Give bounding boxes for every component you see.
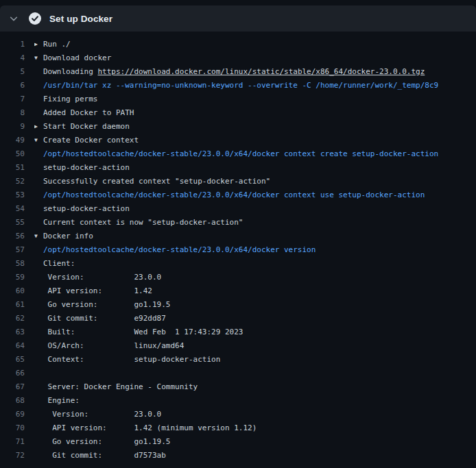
log-line: 61 Go version: go1.19.5 — [0, 297, 476, 311]
line-number[interactable]: 59 — [0, 273, 34, 282]
line-number[interactable]: 61 — [0, 300, 34, 309]
log-line: 5Downloading https://download.docker.com… — [0, 64, 476, 78]
line-number[interactable]: 63 — [0, 328, 34, 336]
line-number[interactable]: 8 — [0, 108, 34, 117]
log-text: Current context is now "setup-docker-act… — [43, 218, 243, 227]
line-content: Git commit: e92dd87 — [34, 314, 476, 323]
log-line: 54setup-docker-action — [0, 201, 476, 215]
line-number[interactable]: 50 — [0, 149, 34, 158]
line-number[interactable]: 68 — [0, 396, 34, 405]
line-content: Git commit: d7573ab — [34, 451, 476, 460]
line-number[interactable]: 71 — [0, 437, 34, 446]
log-text: Git commit: d7573ab — [43, 451, 166, 460]
line-number[interactable]: 64 — [0, 341, 34, 350]
actions-log-page: { "header": { "title": "Set up Docker" }… — [0, 0, 476, 468]
log-line: 51setup-docker-action — [0, 160, 476, 174]
line-content: Successfully created context "setup-dock… — [34, 177, 476, 186]
log-text: setup-docker-action — [43, 163, 130, 172]
log-line: 59 Version: 23.0.0 — [0, 270, 476, 284]
group-collapsed-icon[interactable]: ▶ — [34, 41, 43, 47]
line-number[interactable]: 6 — [0, 81, 34, 90]
line-content: OS/Arch: linux/amd64 — [34, 341, 476, 350]
line-content: Added Docker to PATH — [34, 108, 476, 117]
log-text: Server: Docker Engine - Community — [43, 382, 198, 391]
log-text: Downloading — [43, 67, 97, 76]
line-number[interactable]: 49 — [0, 136, 34, 145]
log-line: 56▼Docker info — [0, 229, 476, 243]
line-number[interactable]: 5 — [0, 67, 34, 76]
log-text: Download docker — [43, 53, 111, 62]
line-number[interactable]: 58 — [0, 259, 34, 268]
log-line: 1▶Run ./ — [0, 37, 476, 51]
log-line: 66 — [0, 366, 476, 380]
log-text: Run ./ — [43, 40, 71, 49]
log-link[interactable]: https://download.docker.com/linux/static… — [97, 67, 425, 76]
line-number[interactable]: 69 — [0, 410, 34, 419]
line-content: Built: Wed Feb 1 17:43:29 2023 — [34, 328, 476, 336]
group-collapsed-icon[interactable]: ▶ — [34, 123, 43, 130]
line-content: Go version: go1.19.5 — [34, 437, 476, 446]
line-number[interactable]: 9 — [0, 122, 34, 131]
line-number[interactable]: 60 — [0, 286, 34, 295]
log-text: Successfully created context "setup-dock… — [43, 177, 270, 186]
log-line: 71 Go version: go1.19.5 — [0, 434, 476, 448]
log-text: Docker info — [43, 232, 93, 241]
line-content: setup-docker-action — [34, 204, 476, 213]
log-line: 49▼Create Docker context — [0, 133, 476, 147]
step-header[interactable]: Set up Docker — [0, 5, 476, 32]
log-text: API version: 1.42 (minimum version 1.12) — [43, 423, 257, 432]
log-text: API version: 1.42 — [43, 286, 152, 295]
log-text: Version: 23.0.0 — [43, 273, 161, 282]
check-circle-icon-svg — [29, 12, 41, 25]
log-line: 58Client: — [0, 256, 476, 270]
line-number[interactable]: 52 — [0, 177, 34, 186]
group-expanded-icon[interactable]: ▼ — [34, 233, 43, 239]
line-number[interactable]: 56 — [0, 232, 34, 241]
log-text: Client: — [43, 259, 75, 268]
line-number[interactable]: 70 — [0, 423, 34, 432]
line-content: Version: 23.0.0 — [34, 410, 476, 419]
line-content: Server: Docker Engine - Community — [34, 382, 476, 391]
line-number[interactable]: 72 — [0, 451, 34, 460]
log-text: Engine: — [43, 396, 80, 405]
log-line: 64 OS/Arch: linux/amd64 — [0, 338, 476, 352]
step-title: Set up Docker — [49, 14, 112, 24]
group-expanded-icon[interactable]: ▼ — [34, 55, 43, 61]
log-line: 65 Context: setup-docker-action — [0, 352, 476, 366]
line-content: ▶Start Docker daemon — [34, 122, 476, 131]
line-number[interactable]: 1 — [0, 40, 34, 49]
line-content: Client: — [34, 259, 476, 268]
log-command-text: /opt/hostedtoolcache/docker-stable/23.0.… — [43, 149, 438, 158]
line-number[interactable]: 62 — [0, 314, 34, 323]
line-number[interactable]: 53 — [0, 190, 34, 199]
line-number[interactable]: 66 — [0, 369, 34, 378]
log-text: Built: Wed Feb 1 17:43:29 2023 — [43, 328, 243, 336]
line-content: API version: 1.42 — [34, 286, 476, 295]
log-line: 70 API version: 1.42 (minimum version 1.… — [0, 421, 476, 434]
line-number[interactable]: 55 — [0, 218, 34, 227]
line-number[interactable]: 7 — [0, 95, 34, 103]
line-number[interactable]: 51 — [0, 163, 34, 172]
line-number[interactable]: 4 — [0, 53, 34, 62]
group-expanded-icon[interactable]: ▼ — [34, 137, 43, 143]
line-number[interactable]: 67 — [0, 382, 34, 391]
line-content: setup-docker-action — [34, 163, 476, 172]
line-content: Fixing perms — [34, 95, 476, 103]
log-line: 68 Engine: — [0, 393, 476, 407]
log-text: Go version: go1.19.5 — [43, 437, 170, 446]
log-text: Create Docker context — [43, 136, 139, 145]
log-text: Added Docker to PATH — [43, 108, 134, 117]
log-line: 69 Version: 23.0.0 — [0, 407, 476, 421]
line-content: ▼Docker info — [34, 232, 476, 241]
log-line: 4▼Download docker — [0, 51, 476, 64]
chevron-down-icon[interactable] — [8, 13, 19, 24]
log-line: 57/opt/hostedtoolcache/docker-stable/23.… — [0, 243, 476, 256]
log-text: Version: 23.0.0 — [43, 410, 161, 419]
line-number[interactable]: 54 — [0, 204, 34, 213]
line-content: Downloading https://download.docker.com/… — [34, 67, 476, 76]
log-line: 72 Git commit: d7573ab — [0, 448, 476, 462]
log-line: 6/usr/bin/tar xz --warning=no-unknown-ke… — [0, 78, 476, 92]
line-number[interactable]: 57 — [0, 245, 34, 254]
line-number[interactable]: 65 — [0, 355, 34, 364]
log-text: Git commit: e92dd87 — [43, 314, 166, 323]
